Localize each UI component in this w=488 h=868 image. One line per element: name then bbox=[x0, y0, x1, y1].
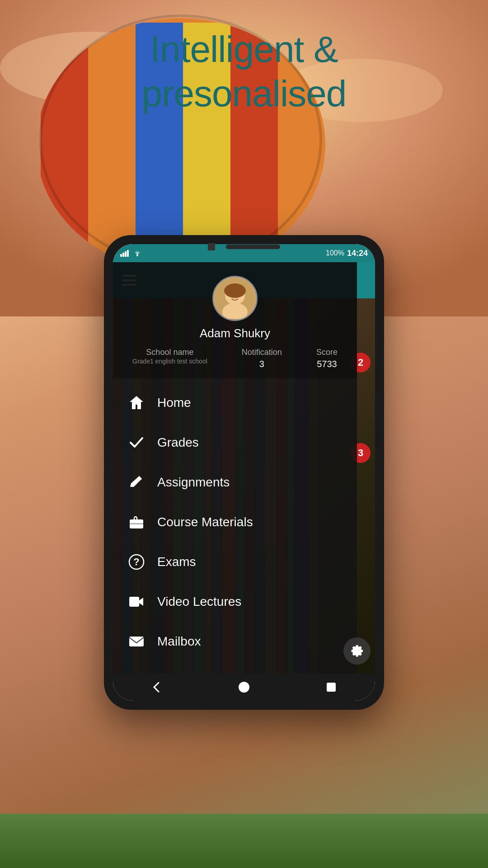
gear-button[interactable] bbox=[343, 637, 371, 665]
nav-label-home: Home bbox=[157, 396, 191, 410]
nav-label-mailbox: Mailbox bbox=[157, 634, 201, 649]
front-camera bbox=[208, 243, 215, 250]
nav-label-assignments: Assignments bbox=[157, 475, 230, 490]
recent-icon bbox=[325, 681, 338, 693]
home-icon bbox=[127, 393, 146, 413]
svg-rect-41 bbox=[129, 637, 144, 646]
svg-rect-22 bbox=[120, 254, 122, 257]
nav-item-exams[interactable]: ? Exams bbox=[113, 542, 357, 582]
svg-rect-40 bbox=[129, 597, 139, 607]
nav-item-mailbox[interactable]: Mailbox bbox=[113, 622, 357, 661]
nav-label-video-lectures: Video Lectures bbox=[157, 594, 241, 609]
nav-list: Home Grades Assignments bbox=[113, 378, 357, 674]
status-icons-right: 100% 14:24 bbox=[326, 249, 368, 258]
wifi-icon bbox=[133, 250, 142, 257]
back-icon bbox=[150, 681, 163, 693]
nav-label-exams: Exams bbox=[157, 555, 196, 569]
phone-screen: 100% 14:24 bbox=[113, 244, 375, 701]
svg-rect-37 bbox=[130, 523, 143, 524]
svg-rect-23 bbox=[122, 253, 124, 257]
nav-item-course-materials[interactable]: Course Materials bbox=[113, 502, 357, 542]
school-stat: School name Grade1 english test school bbox=[132, 348, 207, 369]
nav-item-assessments[interactable]: Assessments bbox=[113, 661, 357, 674]
nav-label-grades: Grades bbox=[157, 435, 199, 450]
nav-item-video-lectures[interactable]: Video Lectures bbox=[113, 582, 357, 622]
briefcase-icon bbox=[127, 512, 146, 532]
home-circle-icon bbox=[238, 681, 250, 693]
check-icon bbox=[127, 433, 146, 453]
profile-name: Adam Shukry bbox=[200, 326, 270, 340]
headline-line1: Intelligent & bbox=[0, 27, 488, 71]
avatar bbox=[212, 276, 258, 321]
notification-stat: Notification 3 bbox=[242, 348, 282, 369]
nav-item-assignments[interactable]: Assignments bbox=[113, 462, 357, 502]
nav-item-grades[interactable]: Grades bbox=[113, 423, 357, 462]
avatar-image bbox=[215, 278, 255, 319]
bottom-nav bbox=[113, 674, 375, 701]
recent-button[interactable] bbox=[318, 674, 345, 701]
profile-section: Adam Shukry School name Grade1 english t… bbox=[113, 262, 357, 378]
status-time: 14:24 bbox=[347, 249, 368, 258]
back-button[interactable] bbox=[143, 674, 170, 701]
phone-frame: 100% 14:24 bbox=[104, 235, 384, 710]
video-icon bbox=[127, 592, 146, 612]
profile-stats: School name Grade1 english test school N… bbox=[122, 348, 348, 369]
svg-point-46 bbox=[239, 682, 249, 693]
nav-item-home[interactable]: Home bbox=[113, 383, 357, 423]
headline-line2: presonalised bbox=[0, 71, 488, 116]
nav-drawer: Adam Shukry School name Grade1 english t… bbox=[113, 262, 357, 674]
grass bbox=[0, 814, 488, 868]
status-icons-left bbox=[120, 250, 142, 257]
svg-rect-47 bbox=[327, 683, 336, 692]
gear-icon bbox=[349, 643, 365, 659]
pencil-icon bbox=[127, 472, 146, 492]
speaker bbox=[226, 245, 280, 249]
list-icon bbox=[127, 671, 146, 674]
home-button[interactable] bbox=[230, 674, 258, 701]
headline: Intelligent & presonalised bbox=[0, 27, 488, 116]
score-stat: Score 5733 bbox=[316, 348, 338, 369]
svg-text:?: ? bbox=[133, 556, 139, 567]
signal-icon bbox=[120, 250, 129, 257]
svg-rect-25 bbox=[127, 250, 129, 257]
nav-label-course-materials: Course Materials bbox=[157, 515, 253, 529]
svg-rect-24 bbox=[125, 251, 127, 257]
question-icon: ? bbox=[127, 552, 146, 572]
svg-point-35 bbox=[224, 283, 246, 298]
svg-point-26 bbox=[136, 255, 138, 256]
mail-icon bbox=[127, 632, 146, 651]
battery-percent: 100% bbox=[326, 249, 344, 257]
